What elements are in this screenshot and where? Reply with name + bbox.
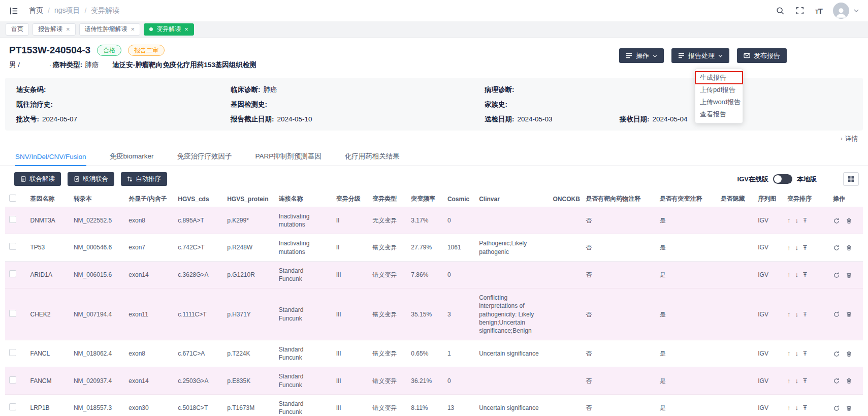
- cell-exon: exon14: [124, 261, 174, 288]
- cell-transcript: NM_007194.4: [70, 289, 124, 340]
- move-up-icon[interactable]: ↑: [787, 243, 791, 252]
- cell-clinvar: [475, 367, 549, 394]
- move-down-icon[interactable]: ↓: [795, 376, 798, 386]
- igv-link[interactable]: IGV: [758, 311, 768, 318]
- publish-report-button[interactable]: 发布报告: [737, 48, 787, 63]
- info-field-gene-test-history: 基因检测史:: [231, 100, 485, 109]
- reset-icon[interactable]: [833, 405, 840, 412]
- search-icon[interactable]: [776, 6, 785, 15]
- breadcrumb-project[interactable]: ngs项目: [54, 6, 80, 15]
- delete-icon[interactable]: [846, 217, 852, 225]
- move-down-icon[interactable]: ↓: [795, 243, 798, 252]
- col-seq-view: 序列图: [754, 191, 783, 207]
- cancel-joint-label: 取消联合: [83, 175, 108, 183]
- move-top-icon[interactable]: Ŧ: [803, 270, 807, 279]
- reset-icon[interactable]: [833, 244, 840, 251]
- operate-button[interactable]: 操作: [619, 48, 664, 63]
- menu-item-upload-pdf[interactable]: 上传pdf报告: [695, 84, 743, 96]
- tab-parp-inhibitor-genes[interactable]: PARP抑制剂预测基因: [255, 147, 322, 166]
- move-top-icon[interactable]: Ŧ: [803, 403, 807, 412]
- cell-transcript: NM_006015.6: [70, 261, 124, 288]
- info-field-family-history: 家族史:: [485, 100, 620, 109]
- page-tab-label: 遗传性肿瘤解读: [85, 25, 127, 34]
- move-down-icon[interactable]: ↓: [795, 403, 798, 412]
- reset-icon[interactable]: [833, 272, 840, 279]
- close-tab-icon[interactable]: ×: [184, 26, 188, 33]
- row-checkbox[interactable]: [9, 216, 16, 223]
- page-tab-home[interactable]: 首页: [6, 23, 29, 36]
- row-checkbox[interactable]: [9, 376, 16, 383]
- move-top-icon[interactable]: Ŧ: [803, 376, 807, 386]
- breadcrumb-home[interactable]: 首页: [29, 6, 43, 15]
- igv-link[interactable]: IGV: [758, 350, 768, 357]
- collapse-menu-icon[interactable]: [9, 6, 19, 16]
- avatar[interactable]: [833, 3, 849, 19]
- select-all-checkbox[interactable]: [9, 195, 16, 202]
- delete-icon[interactable]: [846, 272, 852, 279]
- delete-icon[interactable]: [846, 377, 852, 385]
- cell-clinvar: [475, 261, 549, 288]
- igv-link[interactable]: IGV: [758, 377, 768, 385]
- menu-item-upload-word[interactable]: 上传word报告: [695, 96, 743, 108]
- move-up-icon[interactable]: ↑: [787, 270, 791, 279]
- igv-link[interactable]: IGV: [758, 244, 768, 251]
- table-row: FANCMNM_020937.4exon14c.2503G>Ap.E835KSt…: [5, 367, 863, 394]
- tab-chemotherapy-results[interactable]: 化疗用药相关结果: [345, 147, 400, 166]
- joint-interpret-button[interactable]: 联合解读: [14, 172, 61, 186]
- detail-link[interactable]: ›详情: [841, 135, 858, 142]
- row-checkbox[interactable]: [9, 310, 16, 317]
- move-up-icon[interactable]: ↑: [787, 403, 791, 412]
- move-top-icon[interactable]: Ŧ: [803, 310, 807, 319]
- page-tab-report-interpretation[interactable]: 报告解读 ×: [33, 23, 76, 36]
- cell-transcript: NM_018062.4: [70, 340, 124, 367]
- row-checkbox[interactable]: [9, 270, 16, 277]
- reset-icon[interactable]: [833, 377, 840, 385]
- reset-icon[interactable]: [833, 311, 840, 318]
- delete-icon[interactable]: [846, 311, 852, 318]
- row-checkbox[interactable]: [9, 349, 16, 356]
- reset-icon[interactable]: [833, 217, 840, 225]
- cell-oncokb: [549, 340, 582, 367]
- column-settings-button[interactable]: [843, 172, 859, 186]
- igv-version-toggle[interactable]: [773, 174, 792, 184]
- delete-icon[interactable]: [846, 244, 852, 251]
- move-down-icon[interactable]: ↓: [795, 310, 798, 319]
- tab-snv-indel-cnv-fusion[interactable]: SNV/InDel/CNV/Fusion: [15, 147, 86, 166]
- menu-item-view-report[interactable]: 查看报告: [695, 108, 743, 120]
- fullscreen-icon[interactable]: [795, 6, 805, 15]
- delete-icon[interactable]: [846, 350, 852, 358]
- move-top-icon[interactable]: Ŧ: [803, 349, 807, 358]
- close-tab-icon[interactable]: ×: [131, 26, 135, 33]
- move-up-icon[interactable]: ↑: [787, 216, 791, 225]
- move-up-icon[interactable]: ↑: [787, 376, 791, 386]
- cell-grade: III: [332, 340, 369, 367]
- move-down-icon[interactable]: ↓: [795, 270, 798, 279]
- igv-link[interactable]: IGV: [758, 271, 768, 278]
- auto-sort-button[interactable]: 自动排序: [121, 172, 167, 186]
- font-size-icon[interactable]: TT: [815, 7, 822, 15]
- move-down-icon[interactable]: ↓: [795, 349, 798, 358]
- report-process-button[interactable]: 报告处理: [671, 48, 729, 63]
- tab-immune-biomarker[interactable]: 免疫biomarker: [110, 147, 154, 166]
- cancel-joint-button[interactable]: 取消联合: [68, 172, 114, 186]
- move-down-icon[interactable]: ↓: [795, 216, 798, 225]
- move-up-icon[interactable]: ↑: [787, 310, 791, 319]
- close-tab-icon[interactable]: ×: [66, 26, 70, 33]
- tab-immunotherapy-factors[interactable]: 免疫治疗疗效因子: [177, 147, 232, 166]
- move-up-icon[interactable]: ↑: [787, 349, 791, 358]
- igv-link[interactable]: IGV: [758, 217, 768, 224]
- toggle-knob: [774, 175, 782, 183]
- topbar: 首页 / ngs项目 / 变异解读 TT: [0, 0, 868, 21]
- move-top-icon[interactable]: Ŧ: [803, 243, 807, 252]
- page-tab-variant-interpretation[interactable]: 变异解读 ×: [144, 23, 194, 36]
- avatar-caret-icon[interactable]: [854, 9, 859, 12]
- page-tab-hereditary-tumor[interactable]: 遗传性肿瘤解读 ×: [79, 23, 141, 36]
- status-badge-qualified: 合格: [97, 45, 121, 56]
- row-checkbox[interactable]: [9, 403, 16, 410]
- reset-icon[interactable]: [833, 350, 840, 358]
- igv-link[interactable]: IGV: [758, 404, 768, 411]
- move-top-icon[interactable]: Ŧ: [803, 216, 807, 225]
- menu-item-generate-report[interactable]: 生成报告: [695, 72, 743, 84]
- delete-icon[interactable]: [846, 405, 852, 412]
- row-checkbox[interactable]: [9, 243, 16, 250]
